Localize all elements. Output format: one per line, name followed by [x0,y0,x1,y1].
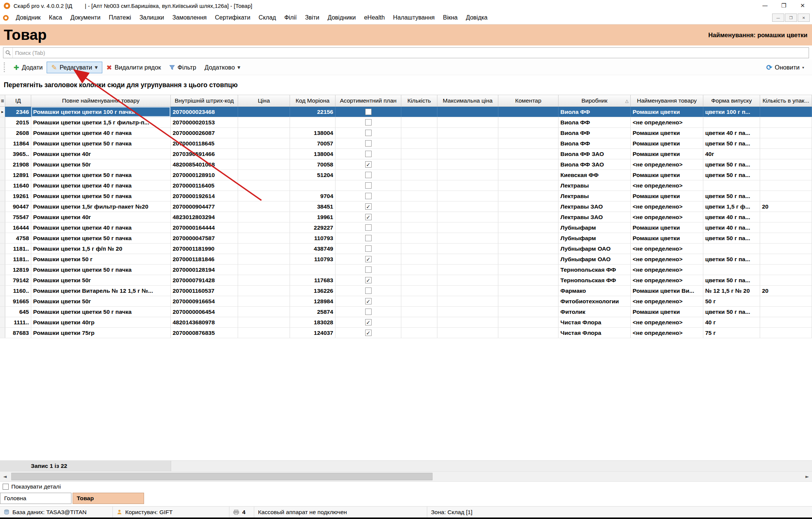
table-row[interactable]: 645Ромашки цветки цветки 50 г пачка20700… [0,307,812,317]
assortment-checkbox-checked[interactable]: ✓ [365,277,372,283]
search-input[interactable] [13,50,809,56]
table-row[interactable]: 1181..Ромашки цветки 50 г207000118184611… [0,254,812,265]
column-header-morion[interactable]: Код Моріона [290,95,335,106]
filter-button[interactable]: Фільтр [165,62,200,73]
cell-qty [401,317,437,327]
column-header-product_name[interactable]: Найменування товару [631,95,703,106]
table-row[interactable]: 3965..Ромашки цветки 40г2070396591466138… [0,149,812,159]
assortment-checkbox-unchecked[interactable] [365,235,372,241]
scrollbar-track[interactable] [10,472,802,481]
assortment-checkbox-unchecked[interactable] [365,109,372,115]
mdi-minimize-button[interactable]: — [772,14,784,22]
table-row[interactable]: 16444Ромашки цветки цветки 40 г пачка207… [0,222,812,233]
show-details-checkbox[interactable] [3,484,9,490]
more-button[interactable]: Додатково ▼ [200,62,244,73]
assortment-checkbox-unchecked[interactable] [365,245,372,252]
table-row[interactable]: 1181..Ромашки цветки 1,5 г ф/п № 2020700… [0,244,812,254]
menu-item-15[interactable]: Довідка [462,14,492,21]
close-button[interactable]: ✕ [793,0,812,11]
menu-item-13[interactable]: Налаштування [389,14,439,21]
table-row[interactable]: 4758Ромашки цветки цветки 50 г пачка2070… [0,233,812,244]
refresh-button[interactable]: ⟳ Оновити ▾ [762,62,808,73]
assortment-checkbox-unchecked[interactable] [365,224,372,231]
cell-product_name: Ромашки цветки [631,149,703,159]
table-row[interactable]: 90447Ромашки цветки 1,5г фильтр-пакет №2… [0,201,812,212]
restore-button[interactable]: ❐ [774,0,793,11]
table-row[interactable]: ▸2346Ромашки цветки цветки 100 г пачка20… [0,107,812,117]
table-row[interactable]: 91665Ромашки цветки 50г20700009166541289… [0,296,812,307]
table-row[interactable]: 1160..Ромашки цветки Витарель № 12 1,5 г… [0,286,812,296]
group-by-panel[interactable]: Перетягніть заголовок колонки сюди для у… [0,75,812,95]
edit-button[interactable]: ✎ Редагувати ▼ [47,62,102,73]
menu-item-10[interactable]: Звіти [301,14,323,21]
minimize-button[interactable]: — [756,0,774,11]
menu-item-14[interactable]: Вікна [439,14,462,21]
table-row[interactable]: 2015Ромашки цветки цветки 1,5 г фильтр-п… [0,117,812,128]
assortment-checkbox-checked[interactable]: ✓ [365,298,372,304]
column-header-producer[interactable]: Виробник△ [559,95,631,106]
menu-item-7[interactable]: Сертифікати [211,14,254,21]
assortment-checkbox-checked[interactable]: ✓ [365,161,372,168]
table-row[interactable]: 1111..Ромашки цветки 40гр482014368097818… [0,317,812,328]
assortment-checkbox-unchecked[interactable] [365,151,372,157]
assortment-checkbox-unchecked[interactable] [365,172,372,178]
assortment-checkbox-checked[interactable]: ✓ [365,330,372,336]
menu-item-3[interactable]: Документи [66,14,105,21]
cell-qty [401,170,437,180]
assortment-checkbox-checked[interactable]: ✓ [365,319,372,325]
table-row[interactable]: 11640Ромашки цветки цветки 40 г пачка207… [0,180,812,191]
table-row[interactable]: 79142Ромашки цветки 50г20700007914281176… [0,275,812,286]
tab-holovna[interactable]: Головна [0,493,71,504]
column-header-full_name[interactable]: Повне найменування товару [31,95,171,106]
horizontal-scrollbar[interactable]: ◄ ► [0,471,812,482]
assortment-checkbox-unchecked[interactable] [365,266,372,273]
assortment-checkbox-unchecked[interactable] [365,130,372,136]
assortment-checkbox-unchecked[interactable] [365,309,372,315]
column-header-plan[interactable]: Асортиментний план [335,95,401,106]
menu-item-5[interactable]: Залишки [135,14,168,21]
mdi-close-button[interactable]: ✕ [798,14,810,22]
scroll-right-icon[interactable]: ► [802,474,812,479]
add-button[interactable]: ✚ Додати [9,62,47,73]
tab-tovar[interactable]: Товар [73,493,144,504]
column-header-price[interactable]: Ціна [238,95,290,106]
cell-id: 21908 [5,159,31,169]
table-row[interactable]: 2608Ромашки цветки цветки 40 г пачка2070… [0,128,812,138]
column-header-barcode[interactable]: Внутрішній штрих-код [171,95,238,106]
delete-row-button[interactable]: ✖ Видалити рядок [102,62,165,73]
table-row[interactable]: 12891Ромашки цветки цветки 50 г пачка207… [0,170,812,180]
scrollbar-thumb[interactable] [11,473,433,480]
cell-product_name: Ромашки цветки [631,138,703,148]
menu-item-12[interactable]: eHealth [360,14,389,21]
table-row[interactable]: 75547Ромашки цветки 40г48230128032941996… [0,212,812,222]
menu-item-1[interactable]: Довідник [12,14,45,21]
table-row[interactable]: 11864Ромашки цветки цветки 50 г пачка207… [0,138,812,149]
assortment-checkbox-unchecked[interactable] [365,193,372,199]
table-row[interactable]: 87683Ромашки цветки 75гр2070000876835124… [0,328,812,338]
assortment-checkbox-unchecked[interactable] [365,140,372,147]
menu-item-6[interactable]: Замовлення [168,14,211,21]
column-header-max_price[interactable]: Максимальна ціна [437,95,498,106]
assortment-checkbox-unchecked[interactable] [365,287,372,294]
table-row[interactable]: 21908Ромашки цветки 50г48200854010687005… [0,159,812,170]
menu-item-8[interactable]: Склад [255,14,280,21]
scroll-left-icon[interactable]: ◄ [0,474,10,479]
column-header-id[interactable]: ІД [5,95,31,106]
menu-item-4[interactable]: Платежі [105,14,135,21]
mdi-restore-button[interactable]: ❐ [785,14,797,22]
assortment-checkbox-unchecked[interactable] [365,119,372,126]
assortment-checkbox-checked[interactable]: ✓ [365,203,372,210]
menu-item-11[interactable]: Довідники [323,14,360,21]
column-header-pack_qty[interactable]: Кількість в упак... [760,95,812,106]
cell-pack_qty [760,138,812,148]
menu-item-9[interactable]: Філії [280,14,301,21]
column-header-comment[interactable]: Коментар [498,95,559,106]
menu-item-2[interactable]: Каса [45,14,66,21]
assortment-checkbox-checked[interactable]: ✓ [365,256,372,262]
column-header-qty[interactable]: Кількість [401,95,437,106]
table-row[interactable]: 12819Ромашки цветки цветки 50 г пачка207… [0,265,812,275]
assortment-checkbox-unchecked[interactable] [365,182,372,189]
column-header-release_form[interactable]: Форма випуску [703,95,760,106]
table-row[interactable]: 19261Ромашки цветки цветки 50 г пачка207… [0,191,812,201]
assortment-checkbox-checked[interactable]: ✓ [365,214,372,220]
